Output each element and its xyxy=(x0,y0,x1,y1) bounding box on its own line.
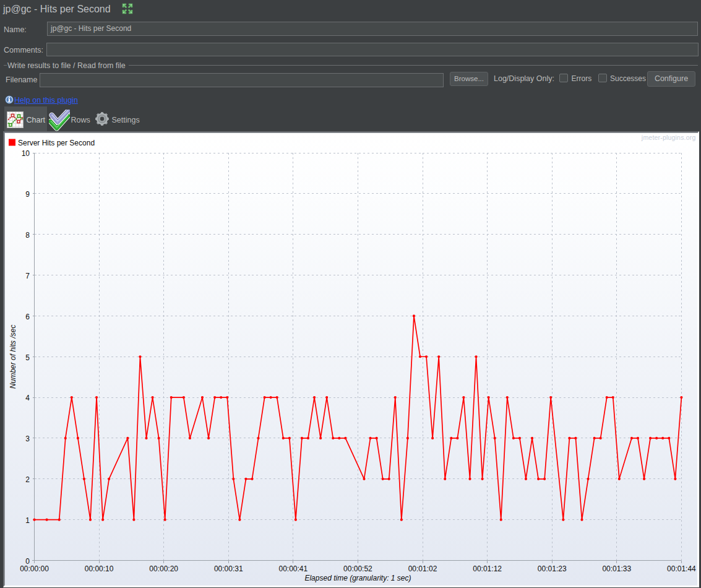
svg-text:00:00:41: 00:00:41 xyxy=(279,564,308,573)
svg-text:7: 7 xyxy=(25,271,30,280)
svg-text:6: 6 xyxy=(25,312,30,321)
svg-text:00:00:20: 00:00:20 xyxy=(149,564,178,573)
svg-text:00:00:31: 00:00:31 xyxy=(214,564,243,573)
svg-text:5: 5 xyxy=(25,353,30,361)
svg-text:00:01:44: 00:01:44 xyxy=(667,564,696,573)
svg-text:jmeter-plugins.org: jmeter-plugins.org xyxy=(641,133,696,141)
svg-text:9: 9 xyxy=(25,190,30,199)
svg-text:00:01:33: 00:01:33 xyxy=(602,564,631,573)
svg-text:1: 1 xyxy=(25,516,30,524)
svg-text:Server Hits per Second: Server Hits per Second xyxy=(18,138,95,147)
svg-text:Elapsed time (granularity: 1 s: Elapsed time (granularity: 1 sec) xyxy=(304,573,411,582)
svg-text:4: 4 xyxy=(25,394,30,402)
svg-text:10: 10 xyxy=(22,149,30,158)
svg-text:00:01:02: 00:01:02 xyxy=(408,564,437,573)
svg-text:Number of hits /sec: Number of hits /sec xyxy=(9,324,17,388)
svg-text:00:00:52: 00:00:52 xyxy=(343,564,372,573)
svg-text:3: 3 xyxy=(25,435,30,443)
svg-text:00:01:23: 00:01:23 xyxy=(538,564,567,573)
svg-text:00:00:10: 00:00:10 xyxy=(85,564,114,573)
svg-text:00:01:12: 00:01:12 xyxy=(473,564,502,573)
svg-text:00:00:00: 00:00:00 xyxy=(20,564,49,573)
svg-text:2: 2 xyxy=(25,475,30,484)
svg-text:8: 8 xyxy=(25,231,30,240)
